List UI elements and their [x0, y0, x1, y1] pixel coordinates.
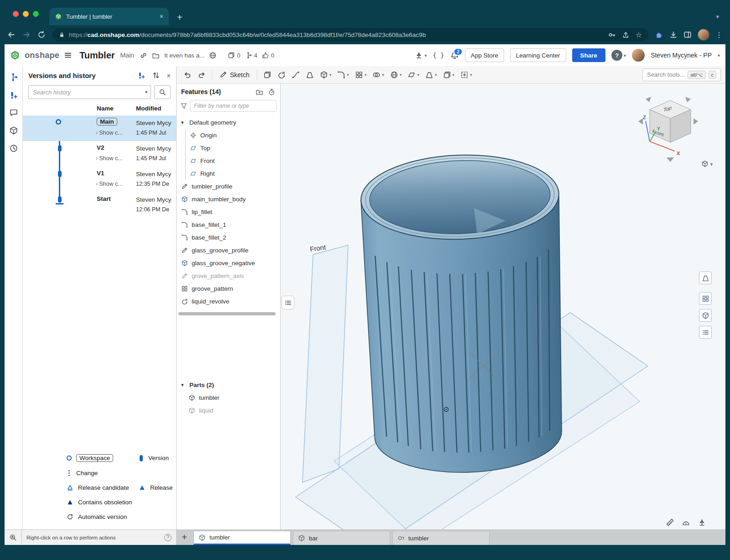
- add-tab-button[interactable]: +: [177, 530, 191, 545]
- feature-lip-fillet[interactable]: lip_fillet: [177, 205, 280, 218]
- tab-part-studio-tumbler[interactable]: tumbler: [193, 531, 291, 545]
- sidebar-toggle-icon[interactable]: [683, 31, 692, 39]
- document-title[interactable]: Tumbler: [79, 50, 115, 61]
- parts-info-icon[interactable]: [9, 126, 18, 135]
- collapse-chevron-icon[interactable]: ▾: [181, 382, 186, 388]
- expand-chevron-icon[interactable]: ›: [96, 130, 98, 136]
- rollback-timer-icon[interactable]: [268, 88, 276, 96]
- compare-versions-icon[interactable]: [152, 71, 160, 79]
- feature-groove-pattern[interactable]: groove_pattern: [177, 282, 280, 295]
- likes-stat[interactable]: 0: [262, 52, 274, 59]
- parts-group[interactable]: ▾ Parts (2): [177, 378, 280, 391]
- 3d-viewport[interactable]: Front: [281, 84, 725, 529]
- tab-assembly-tumbler[interactable]: tumbler: [392, 531, 490, 545]
- features-scrollbar[interactable]: [178, 312, 276, 315]
- feature-base-fillet-2[interactable]: base_fillet_2: [177, 231, 280, 244]
- boolean-tool-button[interactable]: ▾: [370, 69, 386, 80]
- rotate-cw-arrow-icon[interactable]: [685, 97, 691, 102]
- bookmark-star-icon[interactable]: ☆: [636, 31, 642, 39]
- revolve-tool-button[interactable]: [275, 69, 288, 80]
- versions-panel-icon[interactable]: [9, 73, 18, 82]
- help-menu-button[interactable]: ? ▾: [611, 50, 626, 61]
- view-cube[interactable]: Top Front Z Y X: [637, 94, 699, 163]
- url-bar[interactable]: https://cad.onshape.com/documents/978bb7…: [52, 28, 648, 42]
- feature-grove-pattern-axis[interactable]: grove_pattern_axis: [177, 269, 280, 282]
- versions-stat[interactable]: 4: [245, 52, 257, 59]
- comments-icon[interactable]: [9, 108, 18, 117]
- workspace-label[interactable]: Main: [120, 52, 134, 59]
- feature-glass-groove-profile[interactable]: glass_groove_profile: [177, 244, 280, 256]
- pattern-tool-button[interactable]: ▾: [353, 69, 369, 80]
- user-avatar[interactable]: [632, 49, 645, 62]
- new-folder-icon[interactable]: [256, 88, 263, 96]
- copy-tool-button[interactable]: [261, 69, 274, 80]
- back-button[interactable]: [7, 31, 16, 39]
- sketch-button[interactable]: Sketch: [216, 69, 253, 80]
- expand-chevron-icon[interactable]: ›: [96, 155, 98, 162]
- feature-filter-input[interactable]: [190, 100, 276, 112]
- sheet-metal-tool-button[interactable]: ▾: [441, 69, 457, 80]
- main-menu-icon[interactable]: [64, 51, 72, 59]
- redo-button[interactable]: [195, 69, 208, 80]
- create-version-icon[interactable]: [9, 90, 18, 99]
- folder-name[interactable]: It even has a...: [164, 52, 205, 59]
- undo-button[interactable]: [181, 69, 194, 80]
- draft-tool-button[interactable]: ▾: [423, 69, 439, 80]
- maximize-window-button[interactable]: [33, 11, 39, 17]
- onshape-logo-text[interactable]: onshape: [25, 51, 59, 60]
- search-tools-field[interactable]: Search tools... alt/⌥ c: [642, 68, 721, 81]
- feature-list-flyout-button[interactable]: [282, 296, 294, 309]
- tab-search-chevron-icon[interactable]: ▾: [716, 13, 719, 20]
- feature-right-plane[interactable]: Right: [186, 167, 280, 180]
- layers-view-button[interactable]: [699, 292, 712, 305]
- tumbler-part[interactable]: [360, 152, 568, 476]
- reload-button[interactable]: [37, 31, 46, 39]
- share-button[interactable]: Share: [572, 48, 606, 62]
- close-window-button[interactable]: [13, 11, 19, 17]
- featurescript-icon[interactable]: { }: [433, 52, 444, 59]
- extrude-tool-button[interactable]: ▾: [318, 69, 334, 80]
- feature-tumbler-profile[interactable]: tumbler_profile: [177, 180, 280, 193]
- user-menu-chevron-icon[interactable]: ▾: [718, 53, 720, 58]
- password-key-icon[interactable]: [608, 31, 616, 39]
- share-page-icon[interactable]: [622, 31, 630, 39]
- rotate-down-arrow-icon[interactable]: [667, 157, 674, 162]
- browser-profile-avatar[interactable]: [698, 29, 709, 41]
- feature-front-plane[interactable]: Front: [186, 154, 280, 167]
- new-tab-button[interactable]: +: [177, 13, 182, 22]
- version-row-v2[interactable]: V2 Steven Mycy ›Show c... 1:45 PM Jul: [23, 141, 176, 167]
- close-panel-icon[interactable]: ×: [167, 72, 171, 79]
- notifications-button[interactable]: 2: [450, 51, 459, 60]
- close-tab-icon[interactable]: ×: [160, 13, 163, 20]
- part-liquid[interactable]: liquid: [177, 404, 280, 417]
- version-row-start[interactable]: Start Steven Mycy 12:06 PM De: [23, 192, 176, 218]
- shaded-view-button[interactable]: [699, 309, 712, 322]
- search-options-chevron-icon[interactable]: ▾: [145, 89, 147, 94]
- onshape-logo-icon[interactable]: [10, 50, 20, 60]
- new-version-icon[interactable]: [137, 71, 146, 79]
- history-icon[interactable]: [9, 144, 18, 153]
- rotate-left-arrow-icon[interactable]: [638, 118, 643, 125]
- history-search-field[interactable]: ▾: [28, 85, 151, 99]
- tab-part-studio-bar[interactable]: bar: [293, 531, 390, 545]
- minimize-window-button[interactable]: [23, 11, 29, 17]
- collapse-chevron-icon[interactable]: ▾: [181, 120, 186, 126]
- forward-button[interactable]: [22, 31, 31, 39]
- protractor-icon[interactable]: [682, 518, 690, 527]
- version-row-main[interactable]: Main Steven Mycy ›Show c... 1:45 PM Jul: [23, 115, 176, 141]
- front-plane-outline[interactable]: [302, 245, 348, 482]
- surface-tool-button[interactable]: ▾: [388, 69, 404, 80]
- fillet-tool-button[interactable]: ▾: [335, 69, 351, 80]
- downloads-icon[interactable]: [669, 31, 678, 39]
- default-geometry-group[interactable]: ▾ Default geometry: [177, 116, 280, 129]
- learning-center-button[interactable]: Learning Center: [510, 48, 566, 62]
- loft-tool-button[interactable]: [303, 69, 316, 80]
- feature-liquid-revolve[interactable]: liquid_revolve: [177, 295, 280, 308]
- ruler-icon[interactable]: [666, 518, 674, 527]
- draft-analysis-button[interactable]: [699, 272, 712, 284]
- rotate-right-arrow-icon[interactable]: [694, 118, 698, 125]
- version-row-v1[interactable]: V1 Steven Mycy ›Show c... 12:35 PM De: [23, 167, 176, 192]
- plane-tool-button[interactable]: ▾: [405, 69, 422, 80]
- feature-top-plane[interactable]: Top: [186, 141, 280, 154]
- app-store-button[interactable]: App Store: [465, 48, 504, 62]
